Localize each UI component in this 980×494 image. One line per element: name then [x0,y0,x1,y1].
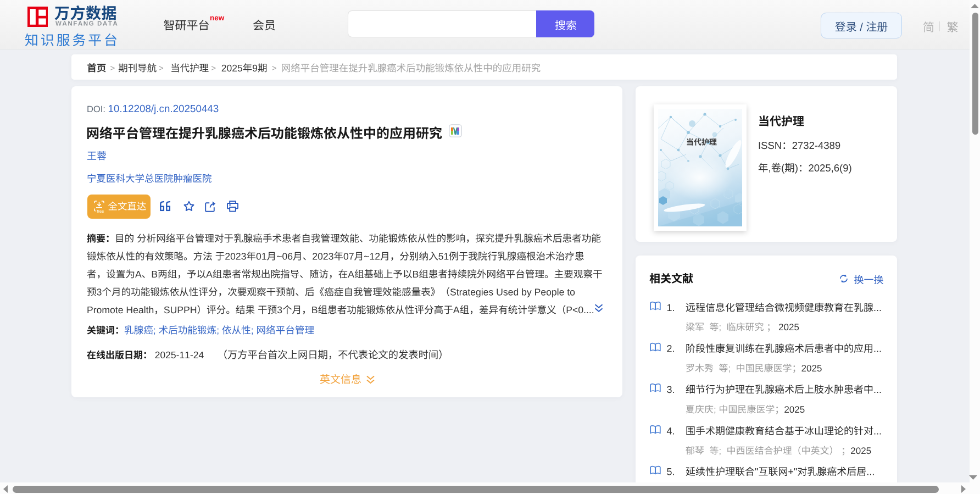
svg-text:free: free [97,208,104,213]
